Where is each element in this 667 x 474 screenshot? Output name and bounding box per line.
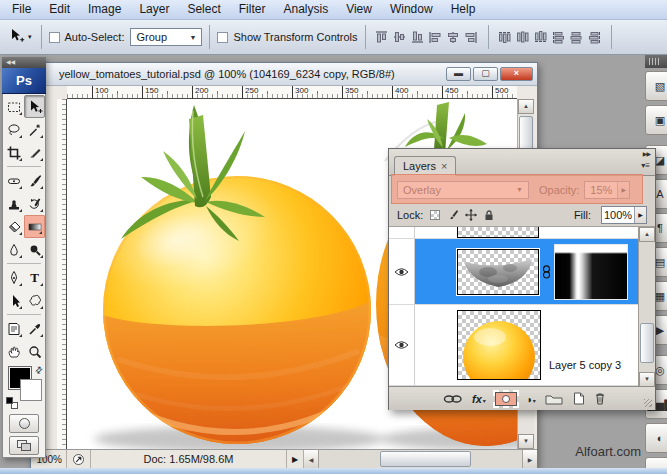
menu-item-analysis[interactable]: Analysis [274, 0, 337, 19]
horizontal-scrollbar[interactable]: ◀ ▶ [304, 450, 537, 468]
hand-tool[interactable] [3, 340, 24, 363]
scroll-down-icon[interactable]: ▼ [518, 434, 534, 449]
menu-item-filter[interactable]: Filter [230, 0, 275, 19]
magic-wand-tool[interactable] [24, 118, 45, 141]
auto-select-dropdown[interactable]: Group ▼ [130, 28, 202, 46]
layer-row[interactable]: Layer 5 copy 3 [389, 305, 638, 386]
layer-mask-thumbnail[interactable] [554, 244, 628, 300]
clone-source-panel-icon[interactable]: ▣ [645, 105, 667, 135]
menu-item-edit[interactable]: Edit [40, 0, 79, 19]
dock-grip[interactable] [645, 55, 667, 68]
screen-mode-button[interactable] [9, 436, 39, 455]
toolbar-collapse-icon[interactable]: ◀◀ [2, 57, 46, 68]
layer-row-selected[interactable] [389, 239, 638, 305]
lock-paint-icon[interactable] [446, 208, 459, 221]
layer-styles-icon[interactable]: fx▾ [472, 393, 486, 405]
lock-transparency-icon[interactable] [428, 208, 441, 221]
eraser-tool[interactable] [3, 215, 24, 238]
menu-item-image[interactable]: Image [79, 0, 130, 19]
align-left-edges-button[interactable] [427, 29, 445, 46]
align-horizontal-centers-button[interactable] [445, 29, 463, 46]
scroll-up-icon[interactable]: ▲ [518, 99, 534, 114]
panel-menu-icon[interactable]: ▾≡ [641, 161, 650, 170]
history-brush-tool[interactable] [24, 192, 45, 215]
visibility-cell[interactable] [389, 239, 415, 304]
clone-stamp-tool[interactable] [3, 192, 24, 215]
blur-tool[interactable] [3, 238, 24, 261]
status-menu-arrow[interactable]: ▶ [287, 450, 304, 468]
panel-collapse-icon[interactable]: ▶▶ [643, 150, 650, 157]
quick-mask-button[interactable] [9, 414, 39, 433]
swap-colors-icon[interactable]: ⇄ [33, 364, 45, 376]
layer-thumbnail-texture[interactable] [457, 249, 539, 295]
distribute-horizontal-centers-button[interactable] [568, 29, 586, 46]
notes-tool[interactable] [3, 317, 24, 340]
menu-item-layer[interactable]: Layer [130, 0, 178, 19]
tool-dropdown-arrow[interactable]: ▾ [28, 33, 32, 41]
slice-tool[interactable] [24, 141, 45, 164]
show-transform-checkbox[interactable] [217, 32, 228, 43]
menu-item-view[interactable]: View [337, 0, 381, 19]
layers-scrollbar[interactable]: ▲ ▼ [638, 227, 655, 387]
scroll-up-icon[interactable]: ▲ [639, 227, 655, 242]
menu-item-help[interactable]: Help [442, 0, 485, 19]
distribute-top-edges-button[interactable] [496, 29, 514, 46]
tab-close-icon[interactable]: × [441, 160, 447, 172]
link-layers-icon[interactable] [443, 393, 463, 405]
move-tool[interactable] [24, 95, 45, 118]
scroll-left-icon[interactable]: ◀ [304, 450, 319, 468]
lock-all-icon[interactable] [482, 208, 495, 221]
align-top-edges-button[interactable] [373, 29, 391, 46]
zoom-tool[interactable] [24, 340, 45, 363]
menu-item-select[interactable]: Select [178, 0, 229, 19]
auto-select-checkbox[interactable] [49, 32, 60, 43]
visibility-cell[interactable] [389, 227, 415, 238]
path-selection-tool[interactable] [3, 289, 24, 312]
horizontal-scroll-thumb[interactable] [380, 451, 471, 467]
opacity-input[interactable]: 15% ▶ [584, 181, 630, 199]
panel-resize-grip[interactable] [644, 399, 652, 407]
opacity-slider-icon[interactable]: ▶ [617, 182, 629, 198]
scroll-thumb[interactable] [640, 323, 654, 363]
align-bottom-edges-button[interactable] [409, 29, 427, 46]
fill-input[interactable]: 100% ▶ [601, 206, 647, 224]
rectangular-marquee-tool[interactable] [3, 95, 24, 118]
delete-layer-icon[interactable] [594, 392, 606, 405]
layer-thumbnail-tomato[interactable] [457, 310, 541, 380]
menu-item-file[interactable]: File [3, 0, 40, 19]
align-vertical-centers-button[interactable] [391, 29, 409, 46]
tab-layers[interactable]: Layers × [394, 156, 456, 176]
distribute-vertical-centers-button[interactable] [514, 29, 532, 46]
active-tool-indicator[interactable]: ▾ [8, 28, 32, 46]
layer-name[interactable]: Layer 5 copy 3 [549, 359, 621, 371]
gradient-tool[interactable] [24, 215, 45, 238]
visibility-cell[interactable] [389, 305, 415, 385]
spot-healing-brush-tool[interactable] [3, 169, 24, 192]
lasso-tool[interactable] [3, 118, 24, 141]
dodge-tool[interactable] [24, 238, 45, 261]
new-group-icon[interactable] [545, 393, 563, 405]
scroll-right-icon[interactable]: ▶ [522, 450, 537, 468]
add-layer-mask-icon[interactable] [495, 392, 517, 406]
color-panel-icon[interactable]: ◧ [645, 457, 667, 468]
close-button[interactable]: × [500, 67, 533, 81]
new-adjustment-layer-icon[interactable]: ◑▾ [526, 393, 536, 405]
version-cue-icon[interactable] [67, 450, 91, 468]
scroll-down-icon[interactable]: ▼ [639, 372, 655, 387]
brush-tool[interactable] [24, 169, 45, 192]
default-colors-icon[interactable] [6, 397, 16, 407]
maximize-button[interactable]: ▢ [473, 67, 498, 81]
new-layer-icon[interactable] [572, 392, 585, 405]
mask-link-icon[interactable] [542, 265, 551, 279]
info-panel-icon[interactable]: ◐ [645, 423, 667, 453]
blend-mode-dropdown[interactable]: Overlay ▼ [397, 181, 529, 199]
document-titlebar[interactable]: yellow_tomatoes_tutorial.psd @ 100% (104… [31, 63, 537, 86]
crop-tool[interactable] [3, 141, 24, 164]
fill-slider-icon[interactable]: ▶ [634, 207, 646, 223]
distribute-right-edges-button[interactable] [586, 29, 604, 46]
brushes-panel-icon[interactable]: ▧ [645, 71, 667, 101]
align-right-edges-button[interactable] [463, 29, 481, 46]
pen-tool[interactable] [3, 266, 24, 289]
minimize-button[interactable]: ▬ [446, 67, 471, 81]
eyedropper-tool[interactable] [24, 317, 45, 340]
